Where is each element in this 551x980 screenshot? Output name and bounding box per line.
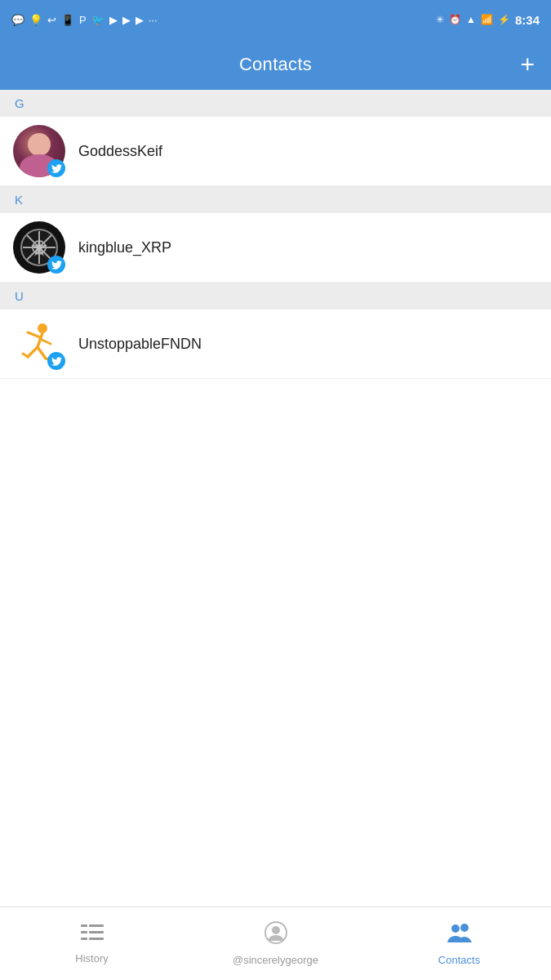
avatar-wrap-goddesskeif xyxy=(13,125,65,177)
bluetooth-icon: ✳ xyxy=(436,14,444,25)
bottom-nav: History @sincerelygeorge Contacts xyxy=(0,906,551,980)
contacts-nav-icon xyxy=(446,921,473,950)
youtube2-icon: ▶ xyxy=(122,14,131,26)
svg-point-23 xyxy=(451,924,460,933)
app-bar: Contacts + xyxy=(0,39,551,90)
svg-rect-16 xyxy=(89,924,104,927)
svg-rect-20 xyxy=(89,938,104,940)
status-bar: 💬 💡 ↩ 📱 P 🐦 ▶ ▶ ▶ ··· ✳ ⏰ ▲ 📶 ⚡ 8:34 xyxy=(0,0,551,39)
svg-rect-18 xyxy=(89,931,104,933)
svg-rect-17 xyxy=(81,931,87,933)
app-title: Contacts xyxy=(239,54,312,75)
section-header-u: U xyxy=(0,283,551,310)
svg-line-13 xyxy=(23,354,28,357)
profile-icon xyxy=(264,921,287,950)
status-time: 8:34 xyxy=(515,13,540,27)
svg-point-7 xyxy=(38,323,47,333)
contacts-list: G GoddessKeif K xyxy=(0,90,551,906)
battery-icon: ⚡ xyxy=(498,14,510,25)
twitter-icon xyxy=(51,260,62,270)
twitter-icon xyxy=(51,356,62,367)
section-header-k: K xyxy=(0,186,551,213)
whatsapp-icon: 📱 xyxy=(61,14,74,26)
idea-icon: 💡 xyxy=(29,14,42,26)
wifi-icon: ▲ xyxy=(466,14,476,25)
twitter-status-icon: 🐦 xyxy=(91,14,104,26)
avatar-wrap-kingblue xyxy=(13,221,65,274)
contact-name-goddesskeif: GoddessKeif xyxy=(78,143,162,160)
contact-item-kingblue[interactable]: kingblue_XRP xyxy=(0,213,551,283)
nav-item-profile[interactable]: @sincerelygeorge xyxy=(184,921,367,966)
nav-item-history[interactable]: History xyxy=(0,923,184,964)
svg-rect-19 xyxy=(81,938,87,940)
svg-rect-15 xyxy=(81,924,87,927)
more-icon: ··· xyxy=(149,14,158,26)
avatar-wrap-unstoppable xyxy=(13,318,65,370)
twitter-badge-unstoppable xyxy=(47,352,65,370)
status-right-icons: ✳ ⏰ ▲ 📶 ⚡ 8:34 xyxy=(436,13,540,27)
forward-icon: ↩ xyxy=(47,14,56,26)
section-header-g: G xyxy=(0,90,551,117)
contact-name-kingblue: kingblue_XRP xyxy=(78,239,171,256)
svg-point-22 xyxy=(272,926,280,934)
youtube3-icon: ▶ xyxy=(136,14,144,26)
svg-line-11 xyxy=(28,347,38,357)
add-contact-button[interactable]: + xyxy=(520,52,535,77)
twitter-badge-goddesskeif xyxy=(47,159,65,177)
history-icon xyxy=(81,923,104,948)
status-icons: 💬 💡 ↩ 📱 P 🐦 ▶ ▶ ▶ ··· xyxy=(11,14,158,26)
nav-item-contacts[interactable]: Contacts xyxy=(367,921,551,966)
nav-label-contacts: Contacts xyxy=(438,954,480,966)
contact-item-unstoppable[interactable]: UnstoppableFNDN xyxy=(0,310,551,379)
signal-icon: 📶 xyxy=(481,14,493,25)
pinterest-icon: P xyxy=(79,14,87,26)
contact-item-goddesskeif[interactable]: GoddessKeif xyxy=(0,117,551,186)
alarm-icon: ⏰ xyxy=(449,14,461,25)
twitter-badge-kingblue xyxy=(47,256,65,274)
bubble-icon: 💬 xyxy=(11,14,24,26)
youtube-icon: ▶ xyxy=(109,14,118,26)
nav-label-history: History xyxy=(75,952,108,964)
contact-name-unstoppable: UnstoppableFNDN xyxy=(78,336,202,353)
svg-line-12 xyxy=(38,347,46,359)
twitter-icon xyxy=(51,163,62,174)
svg-line-10 xyxy=(40,339,51,344)
svg-point-24 xyxy=(460,924,469,932)
svg-line-9 xyxy=(28,332,40,337)
nav-label-profile: @sincerelygeorge xyxy=(233,954,318,966)
